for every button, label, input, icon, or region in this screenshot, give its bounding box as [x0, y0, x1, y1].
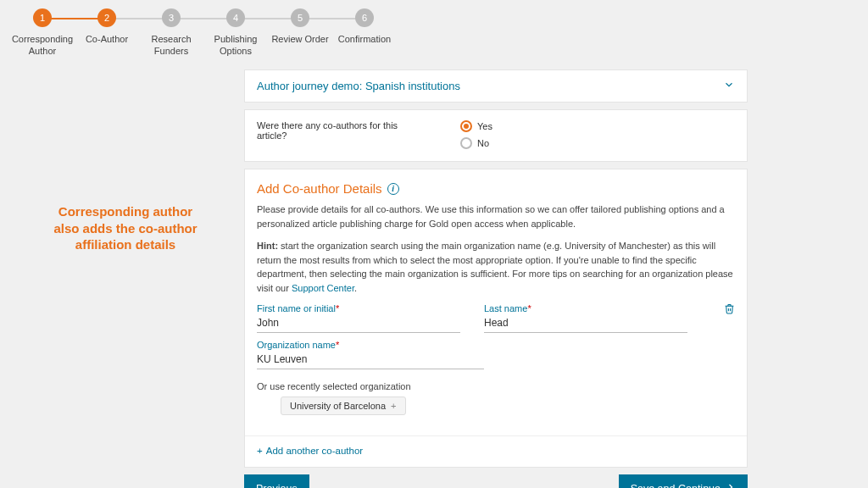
step-number: 6: [355, 8, 374, 27]
step-number: 1: [33, 8, 52, 27]
info-icon[interactable]: i: [387, 183, 399, 195]
org-row: Organization name*: [257, 340, 735, 369]
step-co-author[interactable]: 2 Co-Author: [75, 8, 139, 46]
previous-button[interactable]: Previous: [244, 474, 309, 488]
section-heading: Add Co-author Details i: [257, 181, 735, 196]
step-confirmation[interactable]: 6 Confirmation: [332, 8, 397, 46]
step-label: Corresponding Author: [10, 34, 75, 58]
journey-accordion-header[interactable]: Author journey demo: Spanish institution…: [244, 69, 748, 103]
coauthor-question-panel: Were there any co-authors for this artic…: [244, 109, 748, 162]
main-content: Author journey demo: Spanish institution…: [244, 69, 748, 488]
organization-label: Organization name*: [257, 340, 484, 350]
organization-input[interactable]: [257, 352, 484, 369]
coauthor-question-text: Were there any co-authors for this artic…: [257, 120, 426, 141]
step-research-funders[interactable]: 3 Research Funders: [139, 8, 203, 58]
button-label: Save and Continue: [631, 483, 721, 489]
radio-label: Yes: [477, 121, 492, 131]
add-coauthor-row: + Add another co-author: [245, 435, 747, 467]
button-label: Previous: [256, 483, 298, 489]
coauthor-details-panel: Add Co-author Details i Please provide d…: [244, 169, 748, 468]
section-intro: Please provide details for all co-author…: [257, 202, 735, 230]
add-link-text: Add another co-author: [266, 446, 363, 456]
radio-no[interactable]: No: [460, 137, 492, 149]
heading-text: Add Co-author Details: [257, 181, 382, 196]
name-row: First name or initial* Last name*: [257, 303, 735, 333]
step-number: 2: [97, 8, 116, 27]
radio-label: No: [477, 138, 489, 148]
step-label: Publishing Options: [203, 34, 268, 58]
step-number: 4: [226, 8, 245, 27]
plus-icon: +: [257, 446, 263, 456]
step-number: 5: [291, 8, 309, 27]
support-center-link[interactable]: Support Center: [292, 283, 354, 293]
radio-icon: [460, 120, 472, 132]
delete-coauthor-icon[interactable]: [724, 303, 735, 317]
first-name-input[interactable]: [257, 315, 460, 333]
step-number: 3: [162, 8, 181, 27]
footer-buttons: Previous Save and Continue: [244, 474, 748, 488]
first-name-field: First name or initial*: [257, 303, 460, 333]
last-name-input[interactable]: [484, 315, 687, 333]
recent-org-chip[interactable]: University of Barcelona +: [281, 396, 406, 415]
section-hint: Hint: start the organization search usin…: [257, 239, 735, 295]
step-label: Confirmation: [338, 34, 391, 46]
plus-icon: +: [391, 401, 396, 411]
last-name-field: Last name*: [484, 303, 687, 333]
step-label: Co-Author: [86, 34, 128, 46]
hint-after: .: [354, 283, 357, 293]
step-label: Review Order: [271, 34, 328, 46]
annotation-callout: Corresponding author also adds the co-au…: [47, 203, 203, 253]
journey-title: Author journey demo: Spanish institution…: [257, 80, 460, 92]
radio-yes[interactable]: Yes: [460, 120, 492, 132]
hint-label: Hint:: [257, 241, 278, 251]
chevron-right-icon: [726, 482, 736, 488]
first-name-label: First name or initial*: [257, 303, 460, 313]
last-name-label: Last name*: [484, 303, 687, 313]
progress-stepper: 1 Corresponding Author 2 Co-Author 3 Res…: [0, 0, 868, 58]
step-label: Research Funders: [139, 34, 203, 58]
recent-org-label: Or use recently selected organization: [257, 381, 735, 391]
step-publishing-options[interactable]: 4 Publishing Options: [203, 8, 268, 58]
chevron-down-icon: [723, 79, 735, 93]
organization-field: Organization name*: [257, 340, 484, 369]
radio-icon: [460, 137, 472, 149]
save-continue-button[interactable]: Save and Continue: [619, 474, 748, 488]
step-corresponding-author[interactable]: 1 Corresponding Author: [10, 8, 75, 58]
chip-text: University of Barcelona: [290, 401, 386, 411]
add-another-coauthor-link[interactable]: + Add another co-author: [257, 446, 363, 456]
step-review-order[interactable]: 5 Review Order: [268, 8, 332, 46]
